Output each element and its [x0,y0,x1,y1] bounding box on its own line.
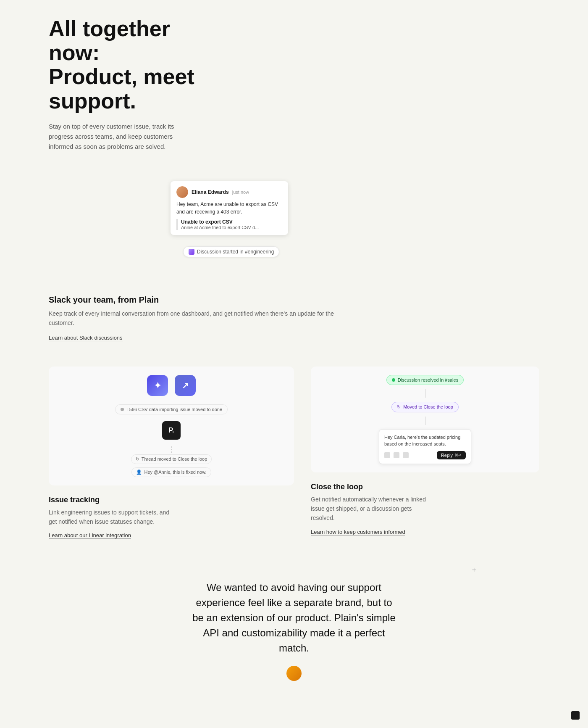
close-loop-info: Close the loop Get notified automaticall… [311,483,539,544]
reply-kbd: ⌘↵ [454,453,462,457]
issue-tracking-desc: Link engineering issues to support ticke… [49,508,175,527]
slack-learn-link[interactable]: Learn about Slack discussions [49,335,123,341]
integration-icons: ✦ ↗ [147,375,196,396]
slack-link-desc: Annie at Acme tried to export CSV d... [181,225,282,230]
slack-sender: Eliana Edwards [192,189,229,195]
moved-badge-text: Moved to Close the loop [403,404,453,409]
resolved-dot [392,378,395,382]
slack-message-card: Eliana Edwards just now Hey team, Acme a… [171,181,288,235]
thread-move-text: Thread moved to Close the loop [142,456,207,462]
issue-badge: I-566 CSV data importing issue moved to … [115,404,228,414]
reply-badge: 👤 Hey @Annie, this is fixed now. [131,467,211,477]
slack-time: just now [232,190,249,195]
main-content: All together now: Product, meet support.… [0,0,588,547]
hero-subtitle: Stay on top of every customer issue, tra… [49,121,187,152]
reply-compose: Hey Carla, here's the updated pricing ba… [379,429,471,464]
slack-link-preview: Unable to export CSV Annie at Acme tried… [176,219,282,230]
plus-icon: + [472,566,476,575]
slack-section-title: Slack your team, from Plain [49,295,539,305]
slack-message-header: Eliana Edwards just now [176,186,282,198]
page-title: All together now: Product, meet support. [49,17,208,113]
close-loop-desc: Get notified automatically whenever a li… [311,495,437,523]
compose-icon-3[interactable] [403,452,409,458]
testimonial-section: + We wanted to avoid having our support … [0,547,588,706]
compose-icon-1[interactable] [384,452,390,458]
issue-dot [121,408,124,411]
avatar [176,186,188,198]
close-loop-demo: Discussion resolved in #sales ↻ Moved to… [311,367,539,472]
issue-tracking-demo: ✦ ↗ I-566 CSV data importing issue moved… [49,367,294,485]
page-container: All together now: Product, meet support.… [0,0,588,706]
resolved-badge: Discussion resolved in #sales [386,375,464,385]
issue-tracking-info: Issue tracking Link engineering issues t… [49,496,294,548]
scroll-indicator[interactable] [571,711,580,720]
linear-icon: ↗ [175,375,196,396]
resolved-badge-text: Discussion resolved in #sales [398,377,458,382]
demo-area: Eliana Edwards just now Hey team, Acme a… [49,169,539,269]
reply-button-label: Reply [441,453,453,458]
moved-badge: ↻ Moved to Close the loop [391,402,459,412]
connector-dots [171,446,172,453]
thread-move-badge: ↻ Thread moved to Close the loop [131,454,212,464]
issue-tracking-title: Issue tracking [49,496,294,504]
testimonial-author [49,666,539,681]
compose-icons [384,452,409,458]
issue-tracking-learn-link[interactable]: Learn about our Linear integration [49,532,131,539]
plain-icon-symbol: ✦ [154,380,161,390]
issue-badge-text: I-566 CSV data importing issue moved to … [126,407,222,412]
hero-section: All together now: Product, meet support.… [49,17,539,160]
close-loop-title: Close the loop [311,483,539,491]
plain-icon: ✦ [147,375,168,396]
slack-link-title: Unable to export CSV [181,219,282,225]
avatar-image [176,186,188,198]
plain-avatar: P. [162,421,181,440]
testimonial-quote: We wanted to avoid having our support ex… [189,580,399,656]
issue-tracking-col: ✦ ↗ I-566 CSV data importing issue moved… [49,367,294,548]
author-avatar [286,666,302,681]
close-loop-learn-link[interactable]: Learn how to keep customers informed [311,529,405,535]
slack-section-desc: Keep track of every internal conversatio… [49,309,343,328]
discussion-badge: Discussion started in #engineering [183,246,279,257]
linear-icon-symbol: ↗ [182,380,189,390]
reply-button[interactable]: Reply ⌘↵ [437,451,466,459]
reply-text: Hey @Annie, this is fixed now. [144,470,206,475]
connector-line-1 [425,389,425,398]
connector-line-2 [425,417,425,425]
slack-body: Hey team, Acme are unable to export as C… [176,200,282,216]
close-loop-col: Discussion resolved in #sales ↻ Moved to… [294,367,539,548]
reply-compose-text: Hey Carla, here's the updated pricing ba… [384,434,466,448]
discussion-icon [189,249,194,255]
reply-compose-footer: Reply ⌘↵ [384,451,466,459]
slack-section: Slack your team, from Plain Keep track o… [49,278,539,358]
discussion-badge-text: Discussion started in #engineering [197,249,274,255]
features-grid: ✦ ↗ I-566 CSV data importing issue moved… [49,367,539,548]
compose-icon-2[interactable] [394,452,399,458]
